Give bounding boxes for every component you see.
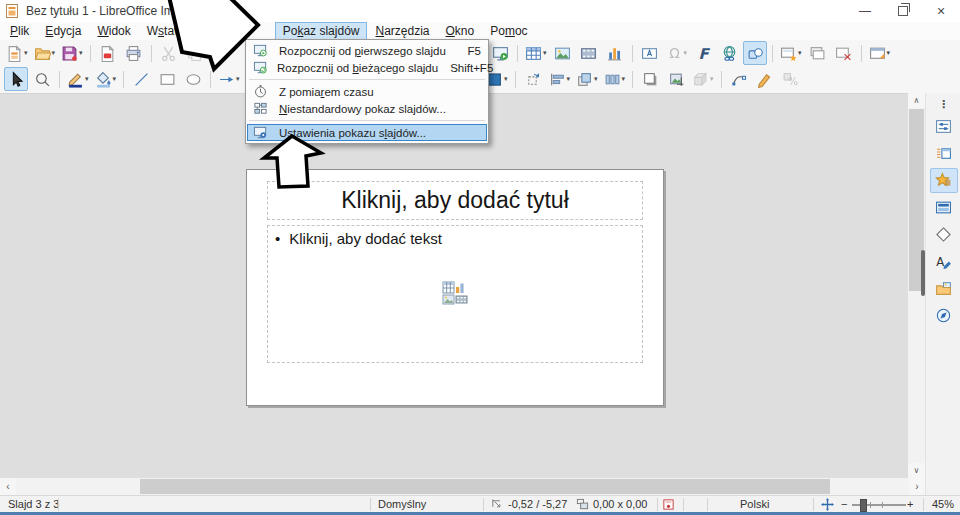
hyperlink-button[interactable] — [717, 41, 741, 65]
shadow-button[interactable] — [638, 67, 662, 91]
export-pdf-button[interactable] — [96, 41, 120, 65]
menu-narzedzia[interactable]: Narzędzia — [367, 22, 437, 40]
menu-item-start-current-slide[interactable]: Rozpocznij od bieżącego slajdu Shift+F5 — [247, 59, 487, 76]
special-character-dropdown[interactable]: ▾ — [684, 49, 688, 57]
minimize-button[interactable]: — — [848, 0, 882, 22]
gluepoints-button[interactable] — [753, 67, 777, 91]
arrange-dropdown[interactable]: ▾ — [594, 75, 598, 83]
crop-image-button[interactable] — [664, 67, 688, 91]
sidebar-tab-master-slides[interactable] — [930, 195, 958, 220]
extrusion-button[interactable]: ▾ — [690, 67, 716, 91]
line-color-dropdown[interactable]: ▾ — [85, 75, 89, 83]
insert-textbox-button[interactable] — [638, 41, 662, 65]
paste-button[interactable]: ▾ — [209, 41, 235, 65]
menu-pokaz-slajdow[interactable]: Pokaz slajdów — [275, 22, 368, 40]
delete-slide-button[interactable] — [832, 41, 856, 65]
insert-chart-button[interactable] — [603, 41, 627, 65]
slide-properties-dropdown[interactable]: ▾ — [887, 49, 891, 57]
scroll-left-button[interactable]: ‹ — [0, 478, 16, 495]
sidebar-tab-properties[interactable] — [930, 114, 958, 139]
close-button[interactable]: × — [924, 0, 958, 22]
insert-line-button[interactable] — [129, 67, 153, 91]
sidebar-tab-slide-transition[interactable] — [930, 141, 958, 166]
fit-slide-icon[interactable] — [821, 498, 834, 511]
menu-okno[interactable]: Okno — [438, 22, 483, 40]
zoom-in-control[interactable]: + — [907, 498, 913, 510]
lines-arrows-dropdown[interactable]: ▾ — [236, 75, 240, 83]
insert-table-dropdown[interactable]: ▾ — [543, 49, 547, 57]
content-placeholder[interactable]: • Kliknij, aby dodać tekst — [267, 225, 643, 363]
insert-placeholders-icon[interactable] — [442, 281, 468, 307]
language-status[interactable]: Polski — [740, 498, 769, 510]
print-button[interactable] — [122, 41, 146, 65]
scroll-up-button[interactable]: ∧ — [908, 93, 925, 108]
new-document-dropdown[interactable]: ▾ — [24, 49, 28, 57]
layout-name[interactable]: Domyślny — [378, 498, 426, 510]
title-placeholder[interactable]: Kliknij, aby dodać tytuł — [267, 181, 643, 220]
zoom-level[interactable]: 45% — [932, 498, 954, 510]
sidebar-tab-navigator[interactable] — [930, 303, 958, 328]
extrusion-dropdown[interactable]: ▾ — [710, 75, 714, 83]
sidebar-tab-animation[interactable] — [930, 168, 958, 193]
menu-item-start-first-slide[interactable]: Rozpocznij od pierwszego slajdu F5 — [247, 42, 487, 59]
cut-button[interactable] — [157, 41, 181, 65]
menu-item-custom-slideshow[interactable]: Niestandardowy pokaz slajdów... — [247, 100, 487, 117]
arrange-button[interactable]: ▾ — [574, 67, 600, 91]
sidebar-tab-shapes[interactable] — [930, 222, 958, 247]
line-color-button[interactable]: ▾ — [65, 67, 91, 91]
open-button[interactable]: ▾ — [32, 41, 58, 65]
rectangle-tool-button[interactable] — [155, 67, 179, 91]
restore-button[interactable] — [886, 0, 920, 22]
insert-media-button[interactable] — [577, 41, 601, 65]
new-slide-button[interactable]: ▾ — [778, 41, 804, 65]
insert-image-button[interactable] — [551, 41, 575, 65]
sidebar-hide-grip[interactable] — [921, 250, 925, 296]
new-document-button[interactable]: ▾ — [4, 41, 30, 65]
zoom-tool-button[interactable] — [30, 67, 54, 91]
horizontal-scrollbar-thumb[interactable] — [140, 479, 830, 494]
menu-edycja[interactable]: Edycja — [37, 22, 89, 40]
align-dropdown[interactable]: ▾ — [567, 75, 571, 83]
scroll-right-button[interactable]: › — [909, 478, 925, 495]
distribute-button[interactable]: ▾ — [602, 67, 628, 91]
menu-plik[interactable]: Plik — [2, 22, 37, 40]
menu-item-rehearse-timings[interactable]: Z pomiarem czasu — [247, 83, 487, 100]
show-draw-functions-button[interactable] — [743, 41, 767, 65]
unsaved-changes-icon[interactable] — [662, 498, 675, 511]
zoom-slider-thumb[interactable] — [860, 499, 867, 512]
insert-table-button[interactable]: ▾ — [523, 41, 549, 65]
align-button[interactable]: ▾ — [547, 67, 573, 91]
save-dropdown[interactable]: ▾ — [79, 49, 83, 57]
duplicate-slide-button[interactable] — [806, 41, 830, 65]
copy-button[interactable] — [183, 41, 207, 65]
slide-canvas[interactable]: Kliknij, aby dodać tytuł • Kliknij, aby … — [246, 169, 664, 406]
menu-widok[interactable]: Widok — [89, 22, 138, 40]
menu-pomoc[interactable]: Pomoc — [482, 22, 535, 40]
open-dropdown[interactable]: ▾ — [52, 49, 56, 57]
save-button[interactable]: ▾ — [59, 41, 85, 65]
paste-dropdown[interactable]: ▾ — [229, 49, 233, 57]
sidebar-tab-styles[interactable]: A — [930, 249, 958, 274]
zoom-out-control[interactable]: − — [841, 498, 847, 510]
special-character-button[interactable]: Ω▾ — [664, 41, 690, 65]
sidebar-tab-gallery[interactable] — [930, 276, 958, 301]
menu-item-slideshow-settings[interactable]: Ustawienia pokazu slajdów... — [247, 124, 487, 141]
workspace[interactable]: Kliknij, aby dodać tytuł • Kliknij, aby … — [0, 93, 908, 478]
new-slide-dropdown[interactable]: ▾ — [798, 49, 802, 57]
menu-wstaw[interactable]: Wstaw — [139, 22, 191, 40]
distribute-dropdown[interactable]: ▾ — [622, 75, 626, 83]
scroll-down-button[interactable]: ∨ — [908, 463, 925, 478]
horizontal-scrollbar[interactable]: ‹ › — [0, 478, 925, 495]
slide-properties-button[interactable]: ▾ — [867, 41, 893, 65]
toggle-formula-button[interactable]: % — [779, 67, 803, 91]
ellipse-tool-button[interactable] — [181, 67, 205, 91]
fill-color-button[interactable]: ▾ — [93, 67, 119, 91]
fill-color-dropdown[interactable]: ▾ — [113, 75, 117, 83]
rotate-button[interactable] — [521, 67, 545, 91]
edit-points-button[interactable] — [727, 67, 751, 91]
select-tool-button[interactable] — [4, 67, 28, 91]
fontwork-button[interactable]: F — [691, 41, 715, 65]
sidebar-settings-button[interactable]: ⋮ — [938, 95, 949, 113]
lines-arrows-button[interactable]: ▾ — [216, 67, 242, 91]
fill-swatch-dropdown[interactable]: ▾ — [504, 75, 508, 83]
